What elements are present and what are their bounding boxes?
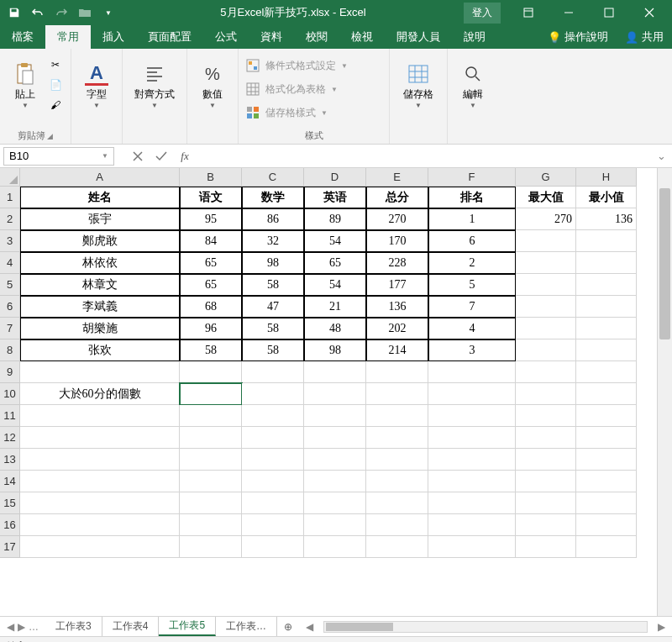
cell[interactable] [180,449,242,471]
cell[interactable] [576,405,637,427]
cell[interactable]: 98 [242,252,304,274]
ribbon-options-icon[interactable] [509,0,548,25]
cell[interactable] [304,492,366,514]
column-header[interactable]: E [366,168,428,187]
cell[interactable]: 林章文 [20,274,180,296]
cell[interactable]: 21 [304,296,366,318]
cell[interactable] [576,252,637,274]
cell[interactable] [576,449,637,471]
cell[interactable] [366,383,428,405]
cell-styles-button[interactable]: 儲存格樣式 ▼ [245,103,382,123]
cell[interactable] [576,274,637,296]
cell[interactable]: 数学 [242,187,304,208]
sheet-nav-next-icon[interactable]: ▶ [18,621,25,633]
cell[interactable]: 5 [428,274,516,296]
qat-customize-icon[interactable]: ▼ [101,5,116,20]
format-painter-button[interactable]: 🖌 [47,97,64,113]
add-sheet-button[interactable]: ⊕ [277,621,299,633]
ribbon-tab-7[interactable]: 檢視 [339,25,385,49]
cell[interactable]: 170 [366,230,428,252]
cell[interactable] [516,427,576,449]
page-break-view-button[interactable] [498,639,518,643]
cell[interactable]: 136 [576,208,637,230]
ribbon-tab-2[interactable]: 插入 [91,25,136,49]
cell[interactable]: 6 [428,230,516,252]
cell[interactable] [20,536,180,558]
cell[interactable] [516,492,576,514]
alignment-button[interactable]: 對齊方式 ▼ [129,52,180,119]
share-button[interactable]: 👤 共用 [617,29,672,45]
cell[interactable] [242,383,304,405]
row-header[interactable]: 6 [0,296,20,318]
cancel-formula-button[interactable] [129,151,146,161]
column-header[interactable]: B [180,168,242,187]
column-header[interactable]: G [516,168,576,187]
cell[interactable] [304,536,366,558]
cell[interactable] [428,405,516,427]
expand-formula-bar-icon[interactable]: ⌄ [657,150,672,162]
open-icon[interactable] [77,5,92,20]
hscroll-left-icon[interactable]: ◀ [306,621,313,633]
cell[interactable] [20,427,180,449]
row-header[interactable]: 2 [0,208,20,230]
row-header[interactable]: 15 [0,492,20,514]
cell[interactable]: 最小值 [576,187,637,208]
minimize-icon[interactable] [549,0,588,25]
tell-me[interactable]: 💡 操作說明 [539,29,617,45]
cell[interactable] [576,230,637,252]
cell[interactable] [516,318,576,339]
cell[interactable]: 姓名 [20,187,180,208]
cell[interactable]: 总分 [366,187,428,208]
cut-button[interactable]: ✂ [47,57,64,72]
cell[interactable] [576,536,637,558]
vertical-scrollbar[interactable] [657,168,672,616]
row-header[interactable]: 3 [0,230,20,252]
cell[interactable]: 47 [242,296,304,318]
cell[interactable]: 58 [242,274,304,296]
column-header[interactable]: A [20,168,180,187]
cell[interactable] [516,252,576,274]
cell[interactable]: 英语 [304,187,366,208]
cell[interactable] [516,449,576,471]
ribbon-tab-4[interactable]: 公式 [203,25,249,49]
cell[interactable] [304,427,366,449]
cell[interactable]: 214 [366,339,428,361]
ribbon-tab-9[interactable]: 說明 [452,25,497,49]
cell[interactable] [242,405,304,427]
cell[interactable] [428,383,516,405]
sheet-tab[interactable]: 工作表5 [159,617,216,636]
sheet-tab[interactable]: 工作表3 [45,617,102,636]
row-header[interactable]: 17 [0,536,20,558]
ribbon-tab-5[interactable]: 資料 [249,25,294,49]
cell[interactable] [428,492,516,514]
sheet-nav-more-icon[interactable]: … [29,621,39,633]
cell[interactable]: 58 [242,339,304,361]
scrollbar-thumb[interactable] [326,623,393,631]
cell[interactable] [304,449,366,471]
cell[interactable] [180,536,242,558]
cell[interactable] [366,514,428,536]
sheet-nav-prev-icon[interactable]: ◀ [7,621,14,633]
cell[interactable]: 7 [428,296,516,318]
insert-function-button[interactable]: fx [176,150,193,163]
cell[interactable] [304,383,366,405]
chevron-down-icon[interactable]: ▼ [102,152,108,160]
column-header[interactable]: C [242,168,304,187]
cell[interactable] [428,427,516,449]
row-header[interactable]: 5 [0,274,20,296]
cell[interactable] [516,361,576,383]
cell[interactable] [20,449,180,471]
column-header[interactable]: H [576,168,637,187]
redo-icon[interactable] [54,5,69,20]
ribbon-tab-3[interactable]: 頁面配置 [136,25,203,49]
cell[interactable] [180,471,242,492]
cell[interactable] [242,449,304,471]
row-header[interactable]: 9 [0,361,20,383]
number-button[interactable]: % 數值 ▼ [194,52,231,119]
cell[interactable]: 65 [180,274,242,296]
cell[interactable] [576,361,637,383]
cell[interactable]: 鄭虎敢 [20,230,180,252]
cell[interactable] [366,492,428,514]
cell[interactable] [366,449,428,471]
cell[interactable]: 张欢 [20,339,180,361]
